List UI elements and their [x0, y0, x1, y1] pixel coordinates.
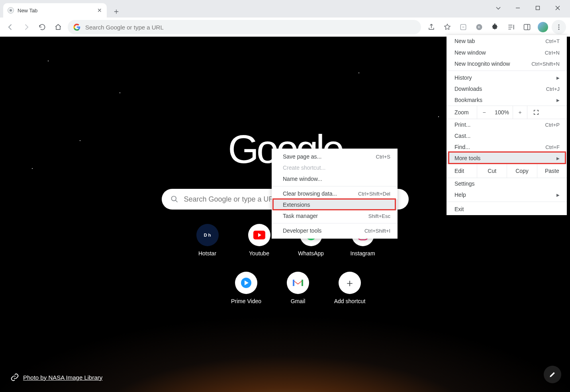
svg-point-9 — [558, 24, 560, 25]
svg-point-10 — [558, 27, 560, 28]
submenu-save-page[interactable]: Save page as...Ctrl+S — [272, 151, 398, 162]
edit-copy-button[interactable]: Copy — [507, 164, 537, 178]
shortcut-add[interactable]: ＋ Add shortcut — [324, 272, 376, 304]
extensions-puzzle-icon[interactable] — [488, 20, 502, 34]
menu-zoom: Zoom − 100% + — [447, 106, 567, 119]
attribution-link[interactable]: Photo by NASA Image Library — [23, 374, 102, 381]
extension-icon-1[interactable] — [456, 20, 470, 34]
shortcut-gmail[interactable]: Gmail — [272, 272, 324, 304]
svg-text:K: K — [478, 25, 480, 29]
browser-tab[interactable]: New Tab ✕ — [3, 3, 107, 18]
svg-point-11 — [558, 29, 560, 30]
menu-find[interactable]: Find...Ctrl+F — [447, 141, 567, 153]
reading-list-icon[interactable] — [504, 20, 518, 34]
edit-paste-button[interactable]: Paste — [537, 164, 567, 178]
menu-downloads[interactable]: DownloadsCtrl+J — [447, 83, 567, 94]
new-tab-button[interactable]: ＋ — [110, 5, 123, 18]
tab-strip: New Tab ✕ ＋ — [0, 0, 570, 18]
google-g-icon — [73, 24, 80, 31]
chevron-right-icon: ▶ — [556, 156, 560, 161]
prime-video-icon — [235, 272, 257, 294]
shortcuts-row2: Prime Video Gmail ＋ Add shortcut — [220, 272, 376, 304]
menu-new-window[interactable]: New windowCtrl+N — [447, 47, 567, 58]
tab-title: New Tab — [18, 8, 93, 14]
shortcut-hotstar[interactable]: D h Hotstar — [182, 224, 233, 257]
fullscreen-button[interactable] — [527, 106, 545, 119]
chrome-favicon-icon — [7, 7, 14, 14]
svg-rect-7 — [524, 24, 530, 29]
minimize-button[interactable] — [509, 2, 527, 14]
submenu-name-window[interactable]: Name window... — [272, 173, 398, 184]
svg-rect-20 — [293, 280, 294, 286]
menu-new-tab[interactable]: New tabCtrl+T — [447, 35, 567, 47]
submenu-developer-tools[interactable]: Developer toolsCtrl+Shift+I — [272, 225, 398, 236]
menu-settings[interactable]: Settings — [447, 178, 567, 189]
chevron-right-icon: ▶ — [556, 193, 560, 197]
side-panel-icon[interactable] — [520, 20, 534, 34]
zoom-value: 100% — [491, 109, 513, 116]
svg-line-13 — [175, 200, 177, 202]
link-icon — [10, 373, 19, 382]
home-button[interactable] — [52, 21, 65, 33]
chrome-menu: New tabCtrl+T New windowCtrl+N New Incog… — [447, 35, 567, 215]
more-tools-submenu: Save page as...Ctrl+S Create shortcut...… — [272, 149, 398, 239]
svg-rect-1 — [536, 6, 540, 10]
toolbar-actions: K — [424, 20, 566, 34]
profile-avatar[interactable] — [536, 20, 550, 34]
shortcut-prime-video[interactable]: Prime Video — [220, 272, 272, 304]
hotstar-icon: D h — [196, 224, 219, 246]
menu-cast[interactable]: Cast... — [447, 130, 567, 141]
gmail-icon — [287, 272, 309, 294]
menu-bookmarks[interactable]: Bookmarks▶ — [447, 94, 567, 106]
background-attribution: Photo by NASA Image Library — [10, 373, 102, 382]
tab-close-icon[interactable]: ✕ — [96, 7, 103, 14]
svg-point-3 — [10, 9, 12, 12]
zoom-in-button[interactable]: + — [513, 106, 527, 119]
submenu-task-manager[interactable]: Task managerShift+Esc — [272, 210, 398, 221]
menu-exit[interactable]: Exit — [447, 203, 567, 215]
menu-edit: Edit Cut Copy Paste — [447, 164, 567, 178]
bookmark-star-icon[interactable] — [440, 20, 454, 34]
toolbar: K — [0, 18, 570, 37]
svg-point-12 — [171, 196, 176, 201]
svg-rect-21 — [302, 280, 303, 286]
menu-new-incognito[interactable]: New Incognito windowCtrl+Shift+N — [447, 58, 567, 69]
add-shortcut-icon: ＋ — [339, 272, 361, 294]
menu-print[interactable]: Print...Ctrl+P — [447, 119, 567, 130]
chevron-right-icon: ▶ — [556, 76, 560, 80]
share-icon[interactable] — [424, 20, 439, 34]
back-button[interactable] — [4, 21, 17, 33]
youtube-icon — [248, 224, 270, 246]
omnibox-input[interactable] — [85, 24, 415, 31]
pencil-icon — [548, 370, 556, 378]
close-button[interactable] — [548, 2, 567, 14]
menu-history[interactable]: History▶ — [447, 72, 567, 83]
zoom-out-button[interactable]: − — [477, 106, 491, 119]
menu-more-tools[interactable]: More tools▶ — [447, 153, 567, 164]
maximize-button[interactable] — [529, 2, 547, 14]
submenu-create-shortcut: Create shortcut... — [272, 162, 398, 173]
submenu-clear-browsing[interactable]: Clear browsing data...Ctrl+Shift+Del — [272, 188, 398, 199]
customize-button[interactable] — [544, 366, 561, 383]
search-icon — [170, 195, 178, 203]
chevron-right-icon: ▶ — [556, 98, 560, 102]
menu-help[interactable]: Help▶ — [447, 189, 567, 200]
address-bar[interactable] — [68, 20, 421, 34]
window-controls — [486, 0, 570, 16]
edit-cut-button[interactable]: Cut — [477, 164, 507, 178]
chrome-menu-button[interactable] — [552, 20, 566, 34]
tab-search-button[interactable] — [490, 5, 507, 11]
reload-button[interactable] — [36, 21, 49, 33]
extension-icon-2[interactable]: K — [472, 20, 486, 34]
forward-button[interactable] — [20, 21, 33, 33]
submenu-extensions[interactable]: Extensions — [272, 199, 398, 210]
